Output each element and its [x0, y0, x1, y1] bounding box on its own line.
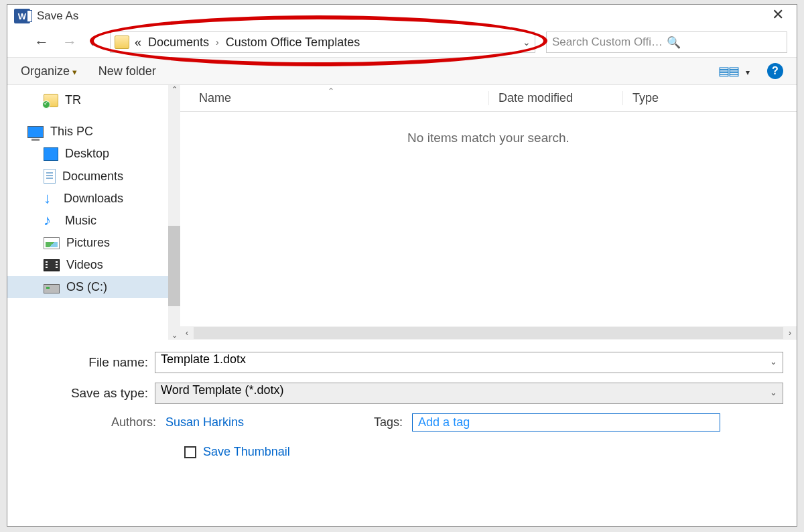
- filename-input[interactable]: Template 1.dotx ⌄: [155, 352, 783, 373]
- search-placeholder: Search Custom Office Templa...: [552, 36, 667, 49]
- savetype-label: Save as type:: [41, 386, 148, 401]
- file-list-panel: Name ⌃ Date modified Type No items match…: [180, 85, 797, 340]
- word-icon: W: [14, 9, 30, 23]
- pictures-icon: [44, 237, 60, 249]
- back-button[interactable]: ←: [30, 34, 53, 51]
- sort-indicator-icon: ⌃: [328, 86, 334, 96]
- navigation-sidebar: TR This PC Desktop Documents Downloads ♪: [7, 85, 180, 340]
- sidebar-item-videos[interactable]: Videos: [7, 254, 180, 276]
- music-icon: ♪: [44, 214, 58, 228]
- titlebar: W Save As ✕: [7, 5, 797, 27]
- videos-icon: [44, 259, 60, 271]
- search-input[interactable]: Search Custom Office Templa... 🔍: [546, 31, 787, 53]
- history-dropdown[interactable]: ⌄: [86, 38, 99, 48]
- sidebar-item-tr[interactable]: TR: [7, 89, 180, 111]
- document-icon: [44, 169, 56, 184]
- sidebar-label: Downloads: [64, 192, 123, 206]
- download-icon: [44, 192, 57, 206]
- horizontal-scrollbar[interactable]: ‹ ›: [180, 326, 797, 340]
- sidebar-item-music[interactable]: ♪ Music: [7, 210, 180, 232]
- sidebar-label: Videos: [66, 258, 103, 272]
- sidebar-item-os-drive[interactable]: OS (C:): [7, 276, 180, 298]
- address-dropdown[interactable]: ⌄: [523, 37, 531, 48]
- organize-menu[interactable]: Organize: [21, 64, 77, 78]
- forward-button[interactable]: →: [58, 34, 81, 51]
- chevron-right-icon[interactable]: ›: [214, 37, 220, 48]
- search-icon: 🔍: [667, 36, 781, 50]
- folder-icon: [44, 94, 58, 107]
- computer-icon: [27, 126, 44, 138]
- save-thumbnail-checkbox[interactable]: [184, 446, 196, 458]
- filename-label: File name:: [41, 355, 148, 370]
- help-button[interactable]: ?: [767, 63, 783, 79]
- sidebar-item-this-pc[interactable]: This PC: [7, 121, 180, 143]
- filename-value: Template 1.dotx: [161, 352, 246, 366]
- breadcrumb-custom-office-templates[interactable]: Custom Office Templates: [224, 36, 361, 50]
- address-bar[interactable]: « Documents › Custom Office Templates ⌄: [110, 31, 535, 53]
- sidebar-label: This PC: [50, 125, 93, 139]
- column-date-modified[interactable]: Date modified: [488, 91, 622, 105]
- save-thumbnail-label[interactable]: Save Thumbnail: [203, 445, 290, 459]
- scrollbar-thumb[interactable]: [168, 226, 180, 306]
- scroll-right-icon[interactable]: ›: [783, 328, 797, 338]
- sidebar-item-desktop[interactable]: Desktop: [7, 143, 180, 165]
- scroll-left-icon[interactable]: ‹: [180, 328, 194, 338]
- savetype-select[interactable]: Word Template (*.dotx) ⌄: [155, 383, 783, 404]
- chevron-down-icon[interactable]: ⌄: [770, 387, 777, 397]
- sidebar-label: Desktop: [65, 147, 109, 161]
- view-options-button[interactable]: ▤▤ ▾: [718, 64, 750, 78]
- authors-value[interactable]: Susan Harkins: [165, 415, 244, 429]
- sidebar-item-documents[interactable]: Documents: [7, 165, 180, 188]
- window-title: Save As: [37, 9, 78, 23]
- toolbar: Organize New folder ▤▤ ▾ ?: [7, 57, 797, 85]
- save-as-dialog: W Save As ✕ ← → ⌄ « Documents › Custom O…: [7, 4, 797, 527]
- sidebar-item-downloads[interactable]: Downloads: [7, 188, 180, 210]
- tags-input[interactable]: Add a tag: [412, 413, 720, 431]
- column-headers: Name ⌃ Date modified Type: [180, 85, 797, 112]
- breadcrumb-prefix: «: [133, 36, 143, 50]
- desktop-icon: [44, 147, 58, 161]
- close-button[interactable]: ✕: [764, 6, 791, 23]
- column-name[interactable]: Name: [180, 91, 488, 105]
- navigation-row: ← → ⌄ « Documents › Custom Office Templa…: [7, 27, 797, 57]
- sidebar-label: Music: [65, 214, 96, 228]
- scrollbar-track[interactable]: [194, 327, 783, 339]
- tags-label: Tags:: [374, 415, 403, 429]
- save-form: File name: Template 1.dotx ⌄ Save as typ…: [7, 340, 797, 466]
- authors-label: Authors:: [94, 415, 156, 429]
- chevron-down-icon[interactable]: ⌄: [770, 356, 777, 367]
- sidebar-label: TR: [65, 93, 81, 107]
- sidebar-label: OS (C:): [66, 280, 107, 294]
- new-folder-button[interactable]: New folder: [98, 64, 156, 78]
- column-type[interactable]: Type: [622, 91, 797, 105]
- savetype-value: Word Template (*.dotx): [161, 383, 283, 397]
- sidebar-label: Pictures: [66, 236, 110, 250]
- breadcrumb-documents[interactable]: Documents: [147, 36, 210, 50]
- sidebar-item-pictures[interactable]: Pictures: [7, 232, 180, 254]
- sidebar-label: Documents: [62, 170, 123, 184]
- folder-icon: [115, 36, 129, 49]
- empty-message: No items match your search.: [180, 112, 797, 145]
- drive-icon: [44, 284, 60, 293]
